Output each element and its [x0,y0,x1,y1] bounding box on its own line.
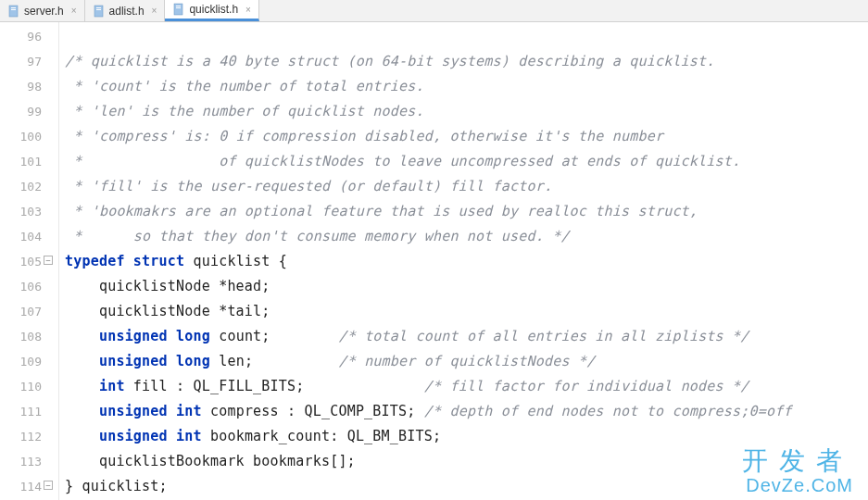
code-line: * 'fill' is the user-requested (or defau… [65,174,868,199]
svg-rect-4 [96,7,101,8]
line-number: 112 [0,424,58,449]
code-line: /* quicklist is a 40 byte struct (on 64-… [65,49,868,74]
fold-close-icon[interactable]: − [44,481,53,490]
svg-rect-5 [96,9,101,10]
code-line: * 'count' is the number of total entries… [65,74,868,99]
line-number: 104 [0,224,58,249]
svg-rect-6 [174,4,182,15]
line-number: 108 [0,324,58,349]
code-line: unsigned int compress : QL_COMP_BITS; /*… [65,399,868,424]
line-number: 110 [0,374,58,399]
line-number: 107 [0,299,58,324]
line-number: 99 [0,99,58,124]
svg-rect-2 [11,9,16,10]
code-line: int fill : QL_FILL_BITS; /* fill factor … [65,374,868,399]
close-icon[interactable]: × [71,6,77,16]
line-number: 111 [0,399,58,424]
editor: 96 97 98 99 100 101 102 103 104 105 106 … [0,22,868,500]
line-number: 113 [0,449,58,474]
line-number: 106 [0,274,58,299]
tab-label: server.h [24,5,64,18]
code-line: unsigned int bookmark_count: QL_BM_BITS; [65,424,868,449]
line-number: 103 [0,199,58,224]
code-line: typedef struct quicklist { [65,249,868,274]
svg-rect-7 [176,6,181,6]
code-line: * 'bookmakrs are an optional feature tha… [65,199,868,224]
file-icon [93,5,106,18]
code-line: unsigned long count; /* total count of a… [65,324,868,349]
line-number: 100 [0,124,58,149]
code-line: * 'compress' is: 0 if compression disabl… [65,124,868,149]
line-number: 96 [0,24,58,49]
close-icon[interactable]: × [245,5,251,15]
code-line [65,24,868,49]
code-line: unsigned long len; /* number of quicklis… [65,349,868,374]
tab-bar: server.h × adlist.h × quicklist.h × [0,0,868,22]
svg-rect-8 [176,7,181,8]
line-number: 109 [0,349,58,374]
svg-rect-3 [94,6,103,17]
code-line: quicklistNode *head; [65,274,868,299]
line-number: 97 [0,49,58,74]
file-icon [172,3,185,16]
svg-rect-1 [11,7,16,8]
code-line: } quicklist; [65,474,868,499]
svg-rect-0 [9,6,18,17]
tab-label: adlist.h [109,5,145,18]
line-number: 101 [0,149,58,174]
code-line: quicklistNode *tail; [65,299,868,324]
file-icon [7,5,20,18]
tab-quicklist-h[interactable]: quicklist.h × [165,0,259,21]
tab-adlist-h[interactable]: adlist.h × [85,0,166,21]
line-number: 98 [0,74,58,99]
tab-server-h[interactable]: server.h × [0,0,85,21]
line-number: 102 [0,174,58,199]
code-line: * 'len' is the number of quicklist nodes… [65,99,868,124]
code-line: * so that they don't consume memory when… [65,224,868,249]
code-line: quicklistBookmark bookmarks[]; [65,449,868,474]
close-icon[interactable]: × [152,6,157,16]
fold-open-icon[interactable]: − [44,256,53,265]
code-line: * of quicklistNodes to leave uncompresse… [65,149,868,174]
code-area[interactable]: − − /* quicklist is a 40 byte struct (on… [59,22,868,500]
tab-label: quicklist.h [189,3,238,16]
